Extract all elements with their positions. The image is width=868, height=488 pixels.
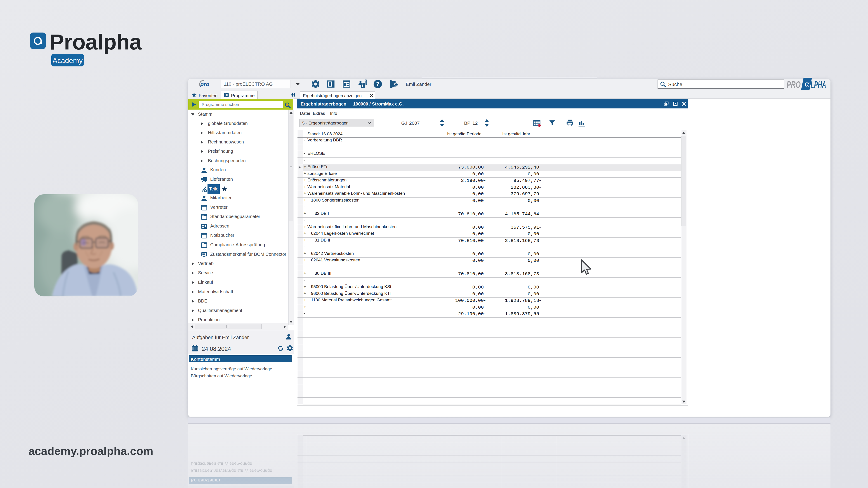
svg-text:α: α	[805, 79, 809, 88]
svg-text:?: ?	[376, 80, 379, 88]
svg-text:pro: pro	[200, 81, 209, 87]
